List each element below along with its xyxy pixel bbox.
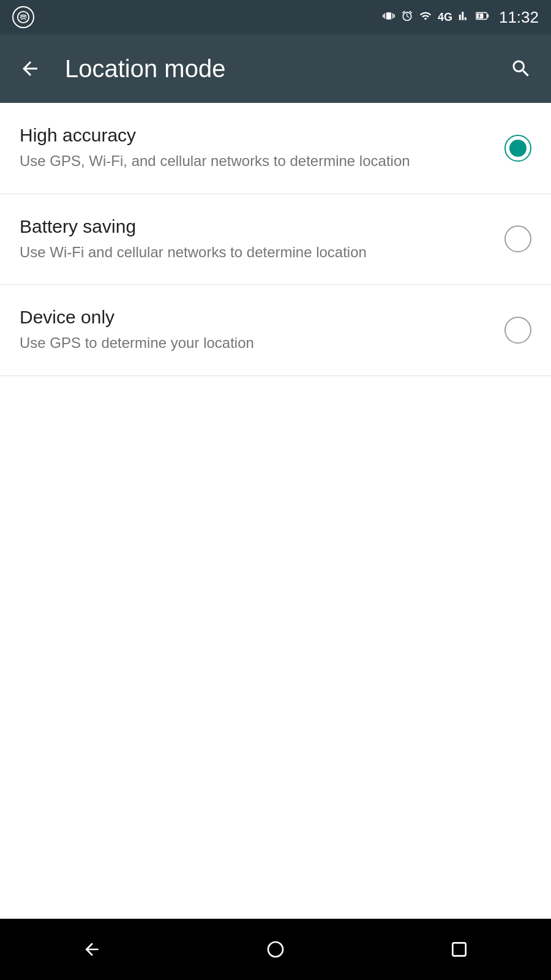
signal-icon [459, 10, 470, 24]
nav-back-button[interactable] [73, 931, 110, 968]
svg-point-0 [18, 12, 29, 23]
back-button[interactable] [15, 53, 45, 84]
high-accuracy-option[interactable]: High accuracy Use GPS, Wi-Fi, and cellul… [0, 103, 551, 194]
battery-saving-option[interactable]: Battery saving Use Wi-Fi and cellular ne… [0, 194, 551, 285]
svg-rect-2 [487, 14, 489, 18]
content-area: High accuracy Use GPS, Wi-Fi, and cellul… [0, 103, 551, 919]
nav-home-button[interactable] [257, 931, 294, 968]
nav-bar [0, 919, 551, 980]
battery-saving-text: Battery saving Use Wi-Fi and cellular ne… [20, 216, 495, 263]
nav-recent-button[interactable] [441, 931, 478, 968]
vibrate-icon [383, 10, 395, 25]
page-title: Location mode [65, 55, 506, 83]
search-button[interactable] [506, 53, 536, 84]
alarm-icon [401, 10, 413, 25]
status-bar-left [12, 6, 34, 28]
high-accuracy-title: High accuracy [20, 125, 495, 146]
high-accuracy-text: High accuracy Use GPS, Wi-Fi, and cellul… [20, 125, 495, 172]
device-only-subtitle: Use GPS to determine your location [20, 333, 495, 353]
high-accuracy-subtitle: Use GPS, Wi-Fi, and cellular networks to… [20, 151, 495, 172]
high-accuracy-radio[interactable] [504, 135, 531, 162]
device-only-option[interactable]: Device only Use GPS to determine your lo… [0, 285, 551, 376]
device-only-radio[interactable] [504, 317, 531, 344]
device-only-title: Device only [20, 307, 495, 328]
spotify-icon [12, 6, 34, 28]
status-bar: 4G 11:32 [0, 0, 551, 34]
network-4g-icon: 4G [438, 11, 452, 24]
app-bar: Location mode [0, 34, 551, 103]
status-time: 11:32 [499, 8, 539, 27]
svg-rect-5 [452, 943, 465, 956]
battery-saving-title: Battery saving [20, 216, 495, 237]
battery-icon [476, 10, 489, 24]
battery-saving-subtitle: Use Wi-Fi and cellular networks to deter… [20, 242, 495, 263]
wifi-icon [419, 10, 432, 25]
status-bar-right: 4G 11:32 [383, 8, 539, 27]
device-only-text: Device only Use GPS to determine your lo… [20, 307, 495, 353]
battery-saving-radio[interactable] [504, 225, 531, 252]
svg-point-4 [268, 942, 283, 957]
